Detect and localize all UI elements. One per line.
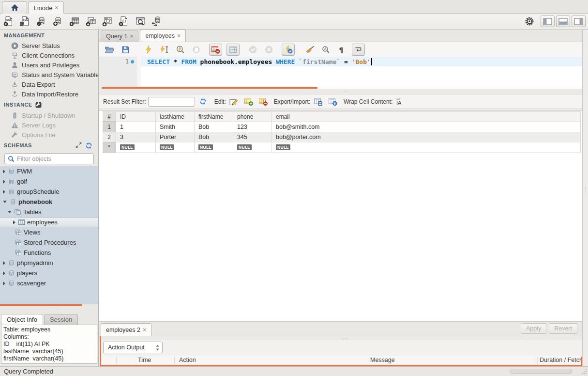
sql-editor[interactable]: 1 SELECT * FROM phonebook.employees WHER…	[99, 57, 582, 89]
sql-line-1[interactable]: SELECT * FROM phonebook.employees WHERE …	[141, 57, 582, 66]
chevron-right-icon[interactable]	[3, 170, 5, 173]
close-icon[interactable]: ×	[130, 33, 133, 40]
toggle-right-sidebar-button[interactable]	[572, 16, 586, 27]
tree-item-phonebook[interactable]: phonebook	[0, 197, 98, 207]
toggle-stop-on-error-button[interactable]	[209, 44, 222, 56]
settings-gear-button[interactable]	[525, 16, 534, 26]
cell-email[interactable]: bob@porter.com	[272, 132, 581, 142]
chevron-right-icon[interactable]	[13, 220, 15, 224]
insert-row-button[interactable]	[244, 97, 253, 106]
column-header-hash[interactable]: #	[103, 112, 116, 122]
delete-row-button[interactable]	[258, 97, 268, 106]
output-column-message[interactable]: Message	[370, 357, 395, 363]
tree-item-golf[interactable]: golf	[0, 176, 98, 187]
open-sql-file-button[interactable]: SQL	[19, 15, 31, 28]
cell-phone[interactable]: 345	[233, 132, 272, 142]
new-sql-tab-button[interactable]: SQL	[2, 15, 15, 28]
row-number[interactable]: 1	[103, 122, 116, 132]
save-script-button[interactable]	[120, 44, 131, 55]
wrap-cell-content-button[interactable]: IA	[396, 98, 404, 106]
cell-phone[interactable]: 123	[233, 122, 272, 132]
output-column-duration[interactable]: Duration / Fetch	[540, 357, 583, 363]
tree-item-fwm[interactable]: FWM	[0, 166, 98, 176]
tab-employees[interactable]: employees ×	[140, 30, 185, 42]
home-tab[interactable]	[2, 1, 27, 14]
cell-email[interactable]: bob@smith.com	[272, 122, 581, 132]
cell-null[interactable]: NULL	[195, 142, 233, 153]
beautify-button[interactable]	[304, 44, 316, 55]
apply-button[interactable]: Apply	[521, 323, 546, 334]
close-icon[interactable]: ×	[177, 32, 181, 39]
connection-tab-linode[interactable]: Linode ×	[28, 1, 64, 14]
chevron-right-icon[interactable]	[3, 282, 5, 285]
row-number[interactable]: 2	[103, 132, 116, 142]
cell-firstname[interactable]: Bob	[195, 122, 233, 132]
output-column-time[interactable]: Time	[138, 357, 151, 363]
cell-id[interactable]: 3	[116, 132, 156, 142]
chevron-right-icon[interactable]	[3, 190, 5, 194]
new-row-marker[interactable]: *	[103, 142, 116, 153]
close-icon[interactable]: ×	[143, 327, 146, 333]
output-column-action[interactable]: Action	[179, 357, 196, 363]
search-table-data-button[interactable]	[134, 15, 147, 28]
open-script-button[interactable]	[104, 44, 115, 55]
commit-button[interactable]	[247, 44, 258, 55]
create-procedure-button[interactable]	[101, 15, 114, 28]
import-records-button[interactable]	[328, 97, 337, 106]
close-icon[interactable]: ×	[55, 4, 59, 11]
execute-button[interactable]	[142, 44, 154, 55]
tab-session[interactable]: Session	[44, 314, 78, 325]
cell-lastname[interactable]: Porter	[156, 132, 195, 142]
tab-query-1[interactable]: Query 1 ×	[101, 31, 138, 42]
column-header-firstname[interactable]: firstName	[195, 112, 233, 122]
execute-current-button[interactable]	[158, 44, 170, 55]
sidebar-item-client-connections[interactable]: Client Connections	[0, 50, 98, 60]
chevron-right-icon[interactable]	[3, 180, 5, 184]
tab-employees-2[interactable]: employees 2 ×	[101, 323, 151, 336]
spinner-arrows-icon[interactable]	[155, 344, 160, 351]
cell-null[interactable]: NULL	[233, 142, 272, 153]
stop-button[interactable]	[190, 44, 202, 55]
sidebar-item-server-status[interactable]: Server Status	[0, 41, 98, 50]
sidebar-item-data-export[interactable]: Data Export	[0, 79, 98, 89]
create-schema-button[interactable]	[52, 15, 64, 28]
sidebar-item-server-logs[interactable]: Server Logs	[0, 120, 98, 130]
sidebar-item-startup-shutdown[interactable]: Startup / Shutdown	[0, 110, 98, 120]
revert-button[interactable]: Revert	[549, 323, 577, 334]
toggle-autocommit-button[interactable]	[282, 44, 295, 56]
toggle-left-sidebar-button[interactable]	[541, 16, 555, 27]
column-header-lastname[interactable]: lastName	[156, 112, 195, 122]
column-header-phone[interactable]: phone	[233, 112, 272, 122]
right-splitter[interactable]	[582, 30, 588, 366]
cell-null[interactable]: NULL	[156, 142, 195, 153]
cell-id[interactable]: 1	[116, 122, 156, 132]
output-selector[interactable]: Action Output	[103, 342, 163, 353]
expand-schemas-button[interactable]	[75, 142, 82, 150]
column-header-email[interactable]: email	[272, 112, 581, 122]
sidebar-item-options-file[interactable]: Options File	[0, 130, 98, 140]
tree-item-views[interactable]: Views	[0, 227, 98, 237]
tree-item-groupschedule[interactable]: groupSchedule	[0, 187, 98, 197]
find-button[interactable]: A	[320, 44, 332, 55]
chevron-down-icon[interactable]	[8, 211, 12, 213]
create-table-button[interactable]	[68, 15, 81, 28]
explain-button[interactable]	[174, 44, 186, 55]
editor-code-area[interactable]: SELECT * FROM phonebook.employees WHERE …	[141, 57, 582, 89]
rollback-button[interactable]	[263, 44, 274, 55]
edit-cell-button[interactable]	[229, 98, 239, 106]
toggle-wrap-button[interactable]	[352, 44, 365, 56]
export-recordset-button[interactable]	[314, 97, 323, 106]
tree-item-employees[interactable]: employees	[0, 217, 98, 227]
tree-item-phpmyadmin[interactable]: phpmyadmin	[0, 258, 98, 268]
tree-item-stored-procedures[interactable]: Stored Procedures	[0, 237, 98, 248]
chevron-down-icon[interactable]	[3, 201, 7, 203]
tree-item-players[interactable]: players	[0, 268, 98, 278]
tree-item-tables[interactable]: Tables	[0, 207, 98, 217]
results-output-splitter[interactable]	[99, 336, 582, 340]
sidebar-splitter[interactable]	[0, 306, 98, 313]
schema-inspector-button[interactable]: i	[35, 15, 48, 28]
create-view-button[interactable]	[85, 15, 97, 28]
refresh-results-button[interactable]	[199, 98, 207, 105]
horizontal-scrollbar[interactable]	[510, 369, 573, 374]
sidebar-item-status-variables[interactable]: Status and System Variables	[0, 70, 98, 79]
